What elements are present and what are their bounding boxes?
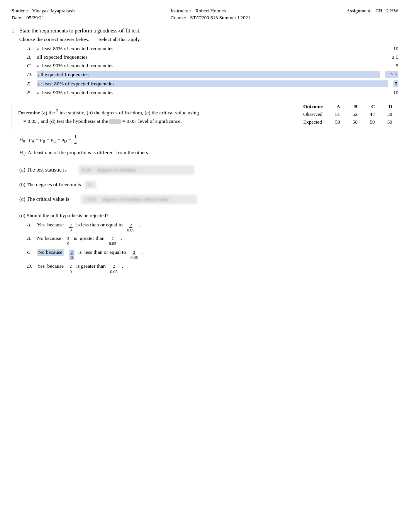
- table-cell-value: 51: [329, 110, 346, 118]
- part-c-value: 7.815 degrees of freedom critical value: [81, 195, 197, 204]
- table-header-a: A: [329, 103, 346, 110]
- q1-header: 1. State the requirements to perform a g…: [12, 28, 398, 34]
- val-frac-a: 2 0.05: [126, 223, 135, 232]
- student-label: Student:: [12, 8, 28, 14]
- table-cell-value: 50: [346, 118, 364, 126]
- option-letter: B.: [27, 54, 35, 60]
- q1-instruction: Choose the correct answer below. Select …: [19, 36, 398, 42]
- table-cell-value: 50: [329, 118, 346, 126]
- data-table-container: Outcome A B C D Observed 51 52 47 50 Exp…: [297, 103, 398, 130]
- course-value: STAT200.613 Summer I 2021: [190, 15, 250, 21]
- table-cell-value: 50: [381, 110, 398, 118]
- list-item[interactable]: F. at least 90% of expected frequencies …: [27, 90, 398, 96]
- part-d-section: (d) Should the null hypothesis be reject…: [19, 212, 398, 219]
- q1-number: 1.: [12, 28, 16, 34]
- list-item[interactable]: A. Yes because 2 0 is less than or equal…: [27, 222, 398, 232]
- list-item[interactable]: C. No because 2 0 is less than or equal …: [27, 249, 398, 260]
- part-b-section: (b) The degrees of freedom is 3: [19, 181, 398, 189]
- part-a-section: (a) The test statistic is 0.24 degrees o…: [19, 162, 398, 178]
- option-letter: A.: [27, 46, 35, 52]
- option-text: at least 90% of expected frequencies: [37, 90, 388, 96]
- table-header-d: D: [381, 103, 398, 110]
- fraction-1-4: 1 4: [73, 134, 78, 146]
- val-frac-c: 2 0.05: [130, 250, 139, 260]
- table-cell-label: Expected: [297, 118, 329, 126]
- table-cell-value: 47: [364, 110, 381, 118]
- list-item[interactable]: D. all expected frequencies ≥ 1: [27, 71, 398, 78]
- header-mid: Instructor: Robert Holmes Course: STAT20…: [171, 8, 251, 21]
- table-cell-value: 50: [381, 118, 398, 126]
- relation-a: is less than or equal to: [75, 222, 124, 228]
- option-value: 10: [393, 90, 399, 96]
- option-text: all expected frequencies: [37, 54, 382, 60]
- part-d-label: (d) Should the null hypothesis be reject…: [19, 212, 108, 218]
- option-letter: F.: [27, 90, 35, 96]
- data-table: Outcome A B C D Observed 51 52 47 50 Exp…: [297, 103, 398, 126]
- determine-text: Determine (a) the 2 test statistic, (b) …: [18, 107, 279, 126]
- list-item[interactable]: E. at least 80% of expected frequencies …: [27, 80, 398, 87]
- instructor-name: Robert Holmes: [195, 8, 226, 14]
- option-text: all expected frequencies: [37, 71, 380, 78]
- val-frac-b: 2 0.05: [108, 236, 117, 246]
- date-label: Date:: [12, 15, 22, 21]
- h0-row: H0 : pA = pB = pC = pD = 1 4: [19, 134, 398, 146]
- part-c-section: (c) The critical value is 7.815 degrees …: [19, 192, 398, 207]
- question-1: 1. State the requirements to perform a g…: [12, 28, 398, 96]
- student-name: Vinayak Jayaprakash: [32, 8, 75, 14]
- list-item[interactable]: B. all expected frequencies ≥ 5: [27, 54, 398, 60]
- chi-frac-b: 2 0: [66, 236, 70, 246]
- page-header: Student: Vinayak Jayaprakash Date: 05/29…: [12, 8, 398, 21]
- period-d: .: [120, 263, 123, 269]
- relation-d: is greater than: [75, 263, 107, 269]
- date-value: 05/29/21: [26, 15, 44, 21]
- option-letter: B.: [27, 235, 36, 241]
- part-b-value: 3: [85, 181, 96, 189]
- table-row: Observed 51 52 47 50: [297, 110, 398, 118]
- answer-options: A. Yes because 2 0 is less than or equal…: [27, 222, 398, 274]
- determine-block: Determine (a) the 2 test statistic, (b) …: [12, 103, 285, 130]
- option-letter: C.: [27, 249, 36, 255]
- option-letter: A.: [27, 222, 36, 228]
- option-value: 10: [393, 46, 399, 52]
- hypothesis-block: H0 : pA = pB = pC = pD = 1 4 H1: At leas…: [19, 134, 398, 158]
- option-value: 5: [396, 63, 398, 69]
- list-item[interactable]: B. No because 2 0 is greater than 2 0.05…: [27, 235, 398, 246]
- h1-row: H1: At least one of the proportions is d…: [19, 147, 398, 158]
- part-c-label: (c) The critical value is: [19, 196, 72, 202]
- list-item[interactable]: A. at least 80% of expected frequencies …: [27, 46, 398, 52]
- table-cell-value: 52: [346, 110, 364, 118]
- period-a: .: [137, 222, 140, 228]
- q1-options: A. at least 80% of expected frequencies …: [27, 46, 398, 96]
- period-b: .: [119, 235, 122, 241]
- option-value: ≥ 1: [385, 71, 398, 78]
- yes-no-a: Yes because: [37, 222, 64, 228]
- table-header-outcome: Outcome: [297, 103, 329, 110]
- assignment-value: CH 12 HW: [376, 8, 398, 14]
- table-row: Expected 50 50 50 50: [297, 118, 398, 126]
- list-item[interactable]: C. at least 90% of expected frequencies …: [27, 63, 398, 69]
- period-c: .: [141, 249, 144, 255]
- header-right: Assignment: CH 12 HW: [346, 8, 398, 21]
- option-letter: C.: [27, 63, 35, 69]
- chi-super: 2: [56, 108, 59, 113]
- yes-no-d: Yes because: [37, 263, 64, 269]
- part-a-value: 0.24 degrees of freedom: [78, 165, 194, 175]
- yes-no-c: No because: [37, 249, 64, 256]
- assignment-label: Assignment:: [346, 8, 372, 14]
- q1-text: State the requirements to perform a good…: [20, 28, 141, 34]
- table-cell-value: 50: [364, 118, 381, 126]
- instructor-label: Instructor:: [171, 8, 191, 14]
- question-2-block: Determine (a) the 2 test statistic, (b) …: [12, 103, 398, 130]
- part-a-label: (a) The test statistic is: [19, 167, 69, 173]
- val-frac-d: 2 0.05: [109, 264, 118, 274]
- table-header-b: B: [346, 103, 364, 110]
- option-text: at least 80% of expected frequencies: [37, 46, 388, 52]
- option-text: at least 90% of expected frequencies: [37, 63, 390, 69]
- table-header-c: C: [364, 103, 381, 110]
- relation-b: is greater than: [72, 235, 106, 241]
- part-b-label: (b) The degrees of freedom is: [19, 182, 81, 187]
- list-item[interactable]: D. Yes because 2 0 is greater than 2 0.0…: [27, 263, 398, 274]
- header-left: Student: Vinayak Jayaprakash Date: 05/29…: [12, 8, 75, 21]
- option-text: at least 80% of expected frequencies: [37, 80, 388, 87]
- option-letter: D.: [27, 71, 35, 78]
